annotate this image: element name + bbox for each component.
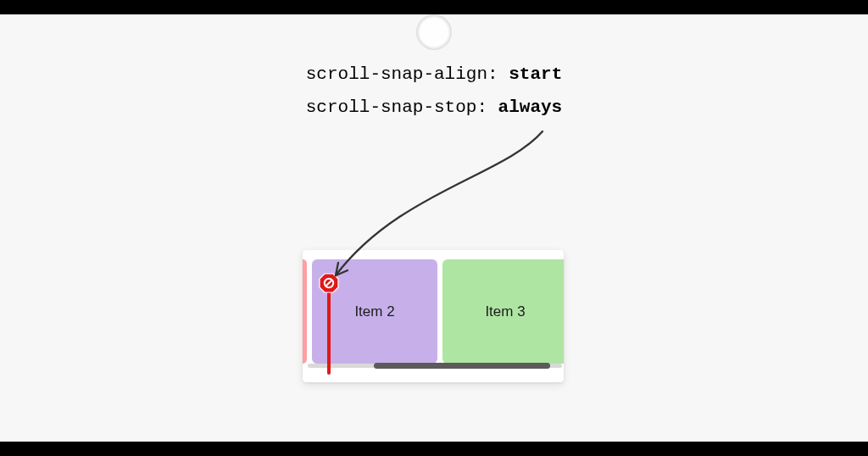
scroll-snap-demo-container[interactable]: Item 2 Item 3 <box>303 250 564 382</box>
css-line-stop: scroll-snap-stop: always <box>306 98 562 116</box>
snap-item-1-edge[interactable] <box>303 259 307 364</box>
css-value: start <box>509 64 562 84</box>
slide-stage: scroll-snap-align: start scroll-snap-sto… <box>0 14 868 442</box>
letterbox-bottom <box>0 442 868 456</box>
snap-item-3[interactable]: Item 3 <box>442 259 564 364</box>
css-property: scroll-snap-stop: <box>306 97 498 117</box>
snap-item-2-label: Item 2 <box>354 303 394 320</box>
css-line-align: scroll-snap-align: start <box>306 65 562 83</box>
scrollbar-horizontal[interactable] <box>308 364 562 368</box>
scrollbar-thumb[interactable] <box>374 363 550 369</box>
letterbox-top <box>0 0 868 14</box>
css-value: always <box>498 97 563 117</box>
css-snippet: scroll-snap-align: start scroll-snap-sto… <box>306 65 562 116</box>
snap-item-2[interactable]: Item 2 <box>312 259 437 364</box>
drag-indicator-icon <box>416 14 452 50</box>
scroll-snap-viewport[interactable]: Item 2 Item 3 <box>303 250 564 382</box>
css-property: scroll-snap-align: <box>306 64 509 84</box>
snap-item-3-label: Item 3 <box>485 303 525 320</box>
